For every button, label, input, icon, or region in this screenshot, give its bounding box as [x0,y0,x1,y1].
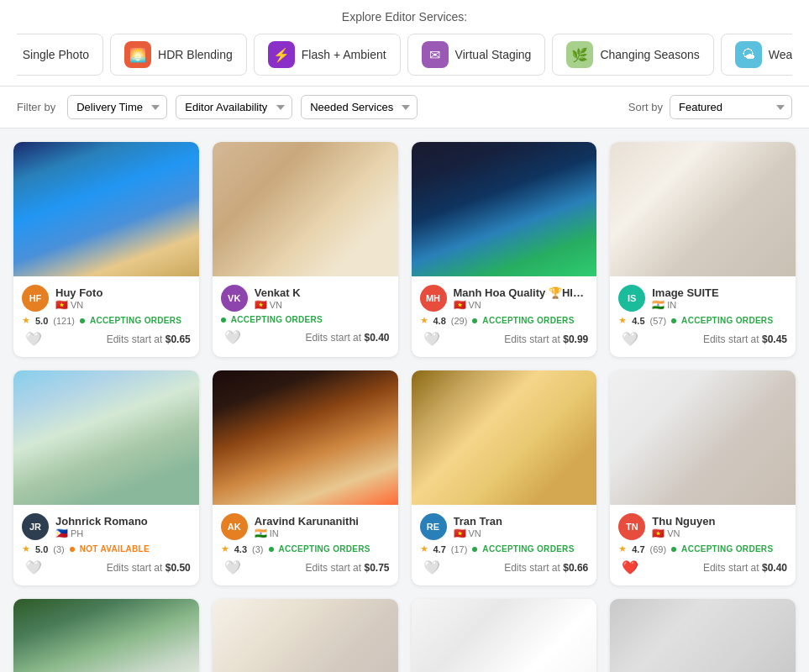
editor-info: Manh Hoa Quality 🏆HIGH – END + 🇻🇳 VN [454,286,589,311]
status-text: ACCEPTING ORDERS [681,316,773,325]
avatar: VK [221,285,248,312]
card-item[interactable]: HF Huy Foto 🇻🇳 VN ★ 5.0 (121) ACCEPTING … [13,142,199,357]
card-editor: TN Thu Nguyen 🇻🇳 VN [618,513,787,540]
card-stats: ★ 5.0 (121) ACCEPTING ORDERS [22,315,191,326]
card-editor: JR Johnrick Romano 🇵🇭 PH [22,513,191,540]
editor-info: Image SUITE 🇮🇳 IN [652,286,787,311]
editor-info: Thu Nguyen 🇻🇳 VN [652,515,787,539]
star-icon: ★ [22,543,30,554]
star-icon: ★ [420,543,428,554]
card-item[interactable]: KV Khanh Vy 🇻🇳 VN [610,599,796,672]
editor-country: 🇻🇳 VN [255,299,390,311]
review-count: (17) [451,544,468,554]
editor-name: Aravind Karunanithi [255,515,390,528]
needed-services-filter[interactable]: Needed ServicesSingle PhotoHDR BlendingF… [301,95,418,119]
status-text: ACCEPTING ORDERS [231,315,323,324]
editor-info: Huy Foto 🇻🇳 VN [55,286,191,311]
review-count: (3) [53,544,64,554]
editor-country: 🇻🇳 VN [454,299,589,311]
card-image [213,599,398,672]
card-footer: 🤍 Edits start at $0.45 [618,329,787,349]
status-text: ACCEPTING ORDERS [681,544,773,554]
card-body: JR Johnrick Romano 🇵🇭 PH ★ 5.0 (3) NOT A… [13,505,199,585]
like-button[interactable]: 🤍 [618,329,642,349]
editor-info: Tran Tran 🇻🇳 VN [454,515,589,539]
country-code: VN [270,300,282,310]
avatar: IS [618,285,645,312]
price-text: Edits start at $0.40 [305,332,389,344]
service-tab-virtual-staging[interactable]: ✉ Virtual Staging [407,34,546,76]
price-text: Edits start at $0.65 [107,333,191,345]
status-text: ACCEPTING ORDERS [279,544,370,554]
status-text: ACCEPTING ORDERS [482,544,574,554]
like-button[interactable]: 🤍 [221,328,244,347]
card-stats: ★ 4.3 (3) ACCEPTING ORDERS [221,543,390,554]
card-footer: 🤍 Edits start at $0.66 [420,558,589,577]
card-image [610,142,796,276]
rating-value: 4.3 [234,544,247,554]
virtual-staging-icon: ✉ [422,41,449,68]
like-button[interactable]: 🤍 [22,329,45,349]
service-tab-single-photo[interactable]: 📷 Single Photo [17,34,103,76]
rating-value: 4.7 [632,544,644,554]
card-image [610,370,796,505]
star-icon: ★ [618,315,627,326]
card-item[interactable]: JR Johnrick Romano 🇵🇭 PH ★ 5.0 (3) NOT A… [13,370,199,585]
card-footer: ❤️ Edits start at $0.40 [618,558,787,577]
price-text: Edits start at $0.66 [504,562,588,574]
card-item[interactable]: TN Thu Nguyen 🇻🇳 VN ★ 4.7 (69) ACCEPTING… [610,370,796,585]
card-stats: ★ 4.7 (69) ACCEPTING ORDERS [618,543,787,554]
service-tab-flash-ambient[interactable]: ⚡ Flash + Ambient [254,34,401,76]
card-item[interactable]: BP BEEPEC 🇻🇳 VN [213,599,398,672]
card-item[interactable]: RN Rocker Nguyen 🇻🇳 VN [412,599,597,672]
card-item[interactable]: RE Tran Tran 🇻🇳 VN ★ 4.7 (17) ACCEPTING … [412,370,597,585]
card-stats: ★ 4.7 (17) ACCEPTING ORDERS [420,543,589,554]
like-button[interactable]: 🤍 [420,329,444,349]
virtual-staging-label: Virtual Staging [455,48,532,61]
country-flag: 🇵🇭 [55,528,68,539]
delivery-time-filter[interactable]: Delivery Time24 Hours48 Hours3 Days1 Wee… [67,95,167,119]
status-dot [269,547,274,552]
card-image [412,370,597,505]
status-dot [221,318,226,323]
card-editor: HF Huy Foto 🇻🇳 VN [22,285,191,312]
country-code: VN [71,300,83,310]
card-editor: RE Tran Tran 🇻🇳 VN [420,513,589,540]
card-item[interactable]: MH Manh Hoa Quality 🏆HIGH – END + 🇻🇳 VN … [412,142,597,357]
top-bar: Explore Editor Services: 📷 Single Photo … [0,0,809,87]
card-item[interactable]: AK Aravind Karunanithi 🇮🇳 IN ★ 4.3 (3) A… [213,370,398,585]
card-body: RE Tran Tran 🇻🇳 VN ★ 4.7 (17) ACCEPTING … [412,505,597,585]
avatar: JR [22,513,49,540]
card-item[interactable]: VK Venkat K 🇻🇳 VN ACCEPTING ORDERS 🤍 Edi… [213,142,398,357]
editor-availability-filter[interactable]: Editor AvailabilityAvailable NowBusy [176,95,292,119]
status-dot [80,318,85,323]
changing-seasons-icon: 🌿 [566,41,593,68]
status-dot [472,547,477,552]
card-editor: IS Image SUITE 🇮🇳 IN [618,285,787,312]
service-tab-changing-seasons[interactable]: 🌿 Changing Seasons [552,34,713,76]
sort-by-label: Sort by [628,101,663,113]
card-body: AK Aravind Karunanithi 🇮🇳 IN ★ 4.3 (3) A… [213,505,398,585]
card-item[interactable]: RE Ryan Esgana 🇵🇭 PH [13,599,199,672]
card-editor: AK Aravind Karunanithi 🇮🇳 IN [221,513,390,540]
like-button[interactable]: ❤️ [618,558,642,577]
card-item[interactable]: IS Image SUITE 🇮🇳 IN ★ 4.5 (57) ACCEPTIN… [610,142,796,357]
editor-name: Manh Hoa Quality 🏆HIGH – END + [454,286,589,299]
rating-value: 5.0 [35,316,48,326]
country-flag: 🇻🇳 [454,528,466,539]
country-code: PH [71,528,83,538]
like-button[interactable]: 🤍 [22,558,45,577]
sort-by-select[interactable]: FeaturedPrice: Low to HighPrice: High to… [670,95,792,119]
service-tab-hdr-blending[interactable]: 🌅 HDR Blending [110,34,247,76]
card-image [13,370,199,505]
like-button[interactable]: 🤍 [221,558,244,577]
card-image [13,142,199,276]
status-dot [70,547,75,552]
service-tab-weather[interactable]: 🌤 Wea... >P [721,34,792,76]
editor-name: Tran Tran [454,515,589,528]
like-button[interactable]: 🤍 [420,558,444,577]
service-tabs: 📷 Single Photo 🌅 HDR Blending ⚡ Flash + … [17,34,792,76]
price-value: $0.45 [762,333,787,345]
country-flag: 🇻🇳 [652,528,665,539]
card-stats: ★ 5.0 (3) NOT AVAILABLE [22,543,191,554]
